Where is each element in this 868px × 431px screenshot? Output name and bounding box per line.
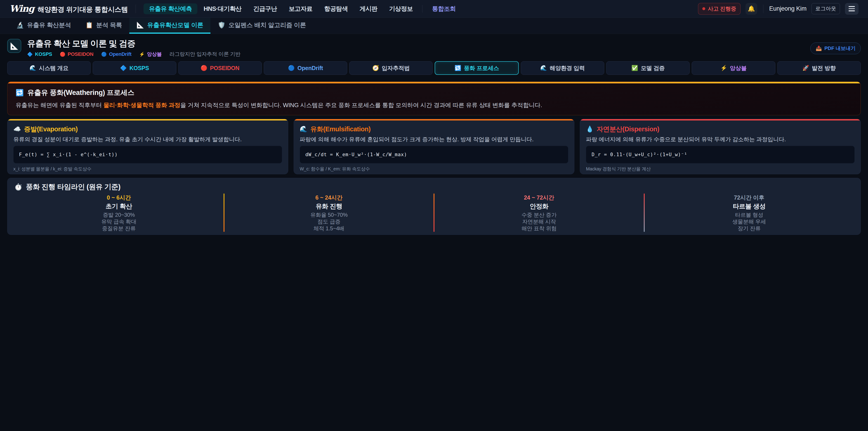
- badge-kosps: 🔷 KOSPS: [27, 51, 52, 57]
- topbar-right: 사고 진행중 🔔 Eunjeong Kim 로그아웃: [698, 3, 859, 15]
- tab-system-overview[interactable]: 🌊 시스템 개요: [7, 61, 91, 75]
- nav-item-weather-info[interactable]: 기상정보: [383, 3, 418, 14]
- microscope-icon: 🔬: [16, 22, 24, 29]
- hamburger-icon: [848, 6, 855, 7]
- subtab-bar: 🔬 유출유 확산분석 📋 분석 목록 📐 유출유확산모델 이론 🛡️ 오일펜스 …: [0, 18, 868, 34]
- tab-model-validation[interactable]: ✅ 모델 검증: [606, 61, 690, 75]
- brand: Wing 해양환경 위기대응 통합시스템: [9, 3, 128, 14]
- stage-stabilization: 24 ~ 72시간 안정화 수중 분산 증가 자연분해 시작 해안 표착 위험: [434, 193, 644, 232]
- nav-separator: [422, 5, 423, 13]
- wave-icon: 🌊: [30, 65, 36, 71]
- formula-note: Mackay 경험식 기반 분산율 계산: [586, 166, 855, 172]
- nav-item-board[interactable]: 게시판: [354, 3, 383, 14]
- repeat-icon: 🔁: [455, 65, 461, 71]
- logout-button[interactable]: 로그아웃: [811, 3, 840, 14]
- hamburger-menu-button[interactable]: [845, 3, 859, 15]
- clipboard-icon: 📋: [86, 22, 93, 29]
- tab-poseidon[interactable]: 🔴 POSEIDON: [178, 61, 262, 75]
- tab-future-direction[interactable]: 🚀 발전 방향: [777, 61, 861, 75]
- app-title: 해양환경 위기대응 통합시스템: [37, 5, 128, 14]
- weathering-description: 유출유는 해면에 유출된 직후부터 물리·화학·생물학적 풍화 과정을 거쳐 지…: [16, 101, 852, 109]
- nav-item-reports[interactable]: 보고자료: [283, 3, 318, 14]
- card-emulsification: 🌊 유화(Emulsification) 파랑에 의해 해수가 유류에 혼입되어…: [293, 119, 575, 174]
- repeat-icon: 🔁: [16, 88, 24, 97]
- red-circle-icon: 🔴: [200, 65, 207, 71]
- wave-icon: 🌊: [540, 65, 547, 71]
- badge-ensemble: ⚡ 앙상블: [139, 51, 162, 58]
- formula-note: W_c: 함수율 / K_em: 유화 속도상수: [300, 166, 568, 172]
- check-icon: ✅: [631, 65, 638, 71]
- notification-bell-button[interactable]: 🔔: [745, 3, 757, 15]
- blue-circle-icon: 🔵: [101, 52, 107, 57]
- stage-tarball-formation: 72시간 이후 타르볼 생성 타르볼 형성 생물분해 우세 장기 잔류: [645, 193, 854, 232]
- outbox-icon: 📤: [815, 45, 822, 51]
- bell-icon: 🔔: [748, 5, 755, 12]
- red-circle-icon: 🔴: [60, 52, 66, 57]
- page-icon-box: 📐: [7, 39, 21, 53]
- weathering-highlight: 물리·화학·생물학적 풍화 과정: [103, 102, 180, 109]
- formula-block: D_r = 0.11·(U_w+U_c)²·(1+U_w)⁻¹: [586, 146, 855, 163]
- tab-marine-env-input[interactable]: 🌊 해양환경 입력: [521, 61, 604, 75]
- tab-particle-tracking[interactable]: 🧭 입자추적법: [349, 61, 433, 75]
- card-description: 파랑 에너지에 의해 유류가 수중으로 분산되어 유막 두께가 감소하는 과정입…: [586, 135, 855, 143]
- formula-block: F_e(t) = ∑ x_i·(1 - e^(-k_ei·t)): [13, 146, 282, 163]
- subtab-spill-analysis[interactable]: 🔬 유출유 확산분석: [9, 18, 78, 34]
- rocket-icon: 🚀: [802, 65, 809, 71]
- section-tabs: 🌊 시스템 개요 🔷 KOSPS 🔴 POSEIDON 🔵 OpenDrift …: [7, 61, 861, 75]
- nav-item-aerial-search[interactable]: 항공탐색: [319, 3, 353, 14]
- badge-poseidon: 🔴 POSEIDON: [60, 51, 94, 57]
- subtab-oil-fence-theory[interactable]: 🛡️ 오일펜스 배치 알고리즘 이론: [211, 18, 313, 34]
- weathering-top-strip: [7, 82, 861, 83]
- blue-circle-icon: 🔵: [288, 65, 295, 71]
- subtab-model-theory[interactable]: 📐 유출유확산모델 이론: [129, 18, 211, 34]
- triangular-ruler-icon: 📐: [10, 42, 18, 50]
- subtab-label: 분석 목록: [96, 21, 122, 29]
- droplet-icon: 💧: [586, 125, 593, 133]
- weathering-banner: 🔁 유출유 풍화(Weathering) 프로세스 유출유는 해면에 유출된 직…: [7, 82, 861, 115]
- nav-item-integrated-search[interactable]: 통합조회: [427, 3, 461, 14]
- formula-block: dW_c/dt = K_em·U_w²·(1-W_c/W_max): [300, 146, 568, 163]
- topbar: Wing 해양환경 위기대응 통합시스템 유출유 확산예측 HNS·대기확산 긴…: [0, 0, 868, 18]
- page-badges: 🔷 KOSPS 🔴 POSEIDON 🔵 OpenDrift ⚡ 앙상블 라그랑…: [27, 51, 241, 58]
- incident-dot-icon: [702, 7, 705, 10]
- stopwatch-icon: ⏱️: [14, 183, 22, 191]
- tab-kosps[interactable]: 🔷 KOSPS: [93, 61, 176, 75]
- incident-status-badge[interactable]: 사고 진행중: [698, 3, 741, 15]
- stage-name: 타르볼 생성: [645, 203, 854, 210]
- stage-emulsification-progress: 6 ~ 24시간 유화 진행 유화율 50~70% 점도 급증 체적 1.5~4…: [224, 193, 434, 232]
- subtab-label: 유출유 확산분석: [27, 21, 71, 29]
- compass-icon: 🧭: [372, 65, 379, 71]
- badge-opendrift: 🔵 OpenDrift: [101, 51, 131, 57]
- stage-name: 초기 확산: [14, 203, 223, 210]
- pdf-export-button[interactable]: 📤 PDF 내보내기: [810, 42, 861, 54]
- page-head-text: 유출유 확산 모델 이론 및 검증 🔷 KOSPS 🔴 POSEIDON 🔵 O…: [27, 39, 241, 58]
- card-evaporation: ☁️ 증발(Evaporation) 유류의 경질 성분이 대기로 증발하는 과…: [7, 119, 288, 174]
- timeline-stages: 0 ~ 6시간 초기 확산 증발 20~30% 유막 급속 확대 중질유분 잔류…: [14, 193, 854, 232]
- triangular-ruler-icon: 📐: [136, 22, 144, 29]
- stage-initial-spread: 0 ~ 6시간 초기 확산 증발 20~30% 유막 급속 확대 중질유분 잔류: [14, 193, 223, 232]
- incident-label: 사고 진행중: [708, 5, 736, 12]
- nav-item-hns-diffusion[interactable]: HNS·대기확산: [198, 3, 247, 14]
- weathering-title: 🔁 유출유 풍화(Weathering) 프로세스: [16, 88, 852, 97]
- page-header: 📐 유출유 확산 모델 이론 및 검증 🔷 KOSPS 🔴 POSEIDON 🔵…: [7, 39, 861, 58]
- stage-items: 유화율 50~70% 점도 급증 체적 1.5~4배: [224, 212, 434, 232]
- tab-ensemble[interactable]: ⚡ 앙상블: [692, 61, 775, 75]
- tab-weathering-process[interactable]: 🔁 풍화 프로세스: [435, 61, 519, 75]
- stage-items: 증발 20~30% 유막 급속 확대 중질유분 잔류: [14, 212, 223, 232]
- card-title: ☁️ 증발(Evaporation): [13, 125, 282, 133]
- user-name: Eunjeong Kim: [769, 5, 807, 12]
- wing-logo: Wing: [9, 3, 34, 14]
- topbar-divider: [135, 4, 136, 13]
- stage-name: 유화 진행: [224, 203, 434, 210]
- timeline-title: ⏱️ 풍화 진행 타임라인 (원유 기준): [14, 183, 854, 191]
- formula-note: x_i: 성분별 몰분율 / k_ei: 증발 속도상수: [13, 166, 282, 172]
- subtab-analysis-list[interactable]: 📋 분석 목록: [78, 18, 129, 34]
- shield-icon: 🛡️: [218, 22, 225, 29]
- stage-items: 타르볼 형성 생물분해 우세 장기 잔류: [645, 212, 854, 232]
- lightning-icon: ⚡: [720, 65, 727, 71]
- lightning-icon: ⚡: [139, 52, 145, 57]
- nav-item-emergency-rescue[interactable]: 긴급구난: [248, 3, 282, 14]
- nav-item-oil-spill-prediction[interactable]: 유출유 확산예측: [144, 3, 197, 14]
- cloud-icon: ☁️: [13, 125, 21, 133]
- tab-opendrift[interactable]: 🔵 OpenDrift: [264, 61, 347, 75]
